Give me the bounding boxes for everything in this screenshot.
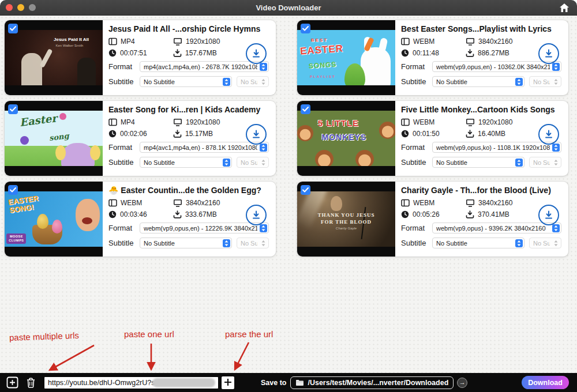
download-size-icon bbox=[466, 130, 474, 138]
download-video-button[interactable] bbox=[246, 124, 267, 145]
zoom-window-button[interactable] bbox=[29, 4, 36, 11]
select-checkbox[interactable] bbox=[8, 104, 18, 114]
format-value: WEBM bbox=[121, 199, 142, 207]
thumbnail-decoration bbox=[331, 196, 342, 211]
video-thumbnail[interactable]: Jesus Paid It All Ken Walker Smith bbox=[5, 20, 103, 95]
video-thumbnail[interactable]: BEST EASTER SONGS PLAYLIST bbox=[297, 20, 395, 95]
thumbnail-text: MOOSE CLUMPS bbox=[6, 233, 26, 244]
download-icon bbox=[252, 49, 261, 59]
duration-value: 00:01:50 bbox=[413, 130, 440, 138]
format-select[interactable]: mp4(avc1,mp4a,en) - 878.1K 1920x1080 bbox=[140, 142, 269, 153]
format-row: Format mp4(avc1,mp4a,en) - 878.1K 1920x1… bbox=[108, 142, 269, 153]
subtitle-select-secondary[interactable]: No Subtitle bbox=[529, 76, 561, 87]
select-checkbox[interactable] bbox=[301, 104, 310, 114]
download-video-button[interactable] bbox=[246, 43, 267, 64]
format-select[interactable]: mp4(avc1,mp4a,en) - 2678.7K 1920x1080 bbox=[140, 61, 269, 72]
download-video-button[interactable] bbox=[538, 205, 559, 225]
format-label: Format bbox=[401, 143, 432, 152]
format-row: Format webm(vp9,opus,ko) - 1108.1K 1920x… bbox=[401, 142, 561, 153]
home-button[interactable] bbox=[559, 2, 570, 14]
clock-icon bbox=[401, 49, 409, 57]
clock-icon bbox=[401, 210, 409, 218]
select-checkbox[interactable] bbox=[301, 185, 310, 195]
resolution-meta: 1920x1080 bbox=[173, 118, 244, 126]
subtitle-select[interactable]: No Subtitle bbox=[432, 76, 524, 87]
format-select[interactable]: webm(vp9,opus,ko) - 1108.1K 1920x1080 bbox=[432, 142, 561, 153]
add-multiple-urls-button[interactable] bbox=[6, 376, 18, 389]
display-icon bbox=[173, 118, 182, 126]
video-thumbnail[interactable]: 5 LITTLE MONKEYS bbox=[297, 101, 395, 176]
video-thumbnail[interactable]: THANK YOU JESUS FOR THE BLOOD Charity Ga… bbox=[297, 182, 395, 257]
subtitle-select-value: No Subtitle bbox=[436, 159, 513, 166]
save-path-selector[interactable]: /Users/test/Movies/...nverter/Downloaded bbox=[290, 376, 454, 389]
title-text: Easter Song for Ki...ren | Kids Academy bbox=[108, 105, 260, 114]
subtitle-select[interactable]: No Subtitle bbox=[140, 238, 232, 248]
thumbnail-decoration bbox=[355, 150, 374, 166]
subtitle-select-secondary[interactable]: No Subtitle bbox=[237, 76, 269, 87]
download-size-icon bbox=[173, 49, 182, 57]
download-all-button[interactable]: Download bbox=[522, 376, 569, 389]
check-icon bbox=[302, 187, 309, 193]
resolution-meta: 1920x1080 bbox=[466, 118, 537, 126]
format-value: MP4 bbox=[121, 118, 135, 126]
subtitle-select[interactable]: No Subtitle bbox=[140, 76, 232, 87]
video-info: 🐣 Easter Countin...de the Golden Egg? WE… bbox=[103, 182, 276, 257]
subtitle-select-secondary[interactable]: No Subtitle bbox=[237, 157, 269, 168]
download-video-button[interactable] bbox=[246, 205, 267, 225]
subtitle-label: Subtitle bbox=[108, 77, 140, 86]
format-select[interactable]: webm(vp9,opus,en) - 12226.9K 3840x2160 bbox=[140, 223, 269, 233]
subtitle-select-secondary-value: No Subtitle bbox=[241, 78, 257, 85]
select-checkbox[interactable] bbox=[8, 24, 18, 33]
parse-url-button[interactable] bbox=[222, 376, 234, 389]
thumbnail-image: THANK YOU JESUS FOR THE BLOOD Charity Ga… bbox=[297, 191, 395, 247]
folder-icon bbox=[295, 379, 304, 386]
annotation-paste-multiple-urls: paste multiple urls bbox=[9, 330, 79, 342]
thumbnail-text: EASTER SONG! bbox=[8, 193, 46, 214]
thumbnail-decoration bbox=[20, 136, 29, 145]
resolution-value: 3840x2160 bbox=[478, 199, 512, 207]
thumbnail-decoration bbox=[297, 191, 328, 231]
subtitle-select[interactable]: No Subtitle bbox=[432, 157, 524, 168]
video-thumbnail[interactable]: Easter song bbox=[5, 101, 103, 176]
subtitle-select-secondary[interactable]: No Subtitle bbox=[529, 157, 561, 168]
filesize-value: 886.27MB bbox=[478, 49, 509, 57]
stepper-icon-disabled bbox=[260, 78, 267, 86]
file-format-icon bbox=[108, 118, 117, 126]
filesize-value: 15.17MB bbox=[185, 130, 213, 138]
video-thumbnail[interactable]: EASTER SONG! MOOSE CLUMPS bbox=[5, 182, 103, 257]
minimize-window-button[interactable] bbox=[17, 4, 24, 11]
select-checkbox[interactable] bbox=[301, 24, 310, 33]
thumbnail-decoration bbox=[39, 48, 53, 68]
stepper-icon bbox=[552, 224, 560, 232]
subtitle-select[interactable]: No Subtitle bbox=[432, 238, 524, 248]
close-window-button[interactable] bbox=[6, 4, 13, 11]
subtitle-select[interactable]: No Subtitle bbox=[140, 157, 232, 168]
format-select-value: webm(vp9,opus,ko) - 1108.1K 1920x1080 bbox=[436, 144, 550, 151]
subtitle-row: Subtitle No Subtitle No Subtitle bbox=[108, 76, 269, 87]
thumbnail-image: Easter song bbox=[5, 111, 103, 166]
plus-icon bbox=[224, 378, 232, 386]
download-video-button[interactable] bbox=[538, 43, 559, 64]
open-folder-button[interactable]: → bbox=[457, 378, 467, 388]
format-row: Format webm(vp9,opus,en) - 12226.9K 3840… bbox=[108, 223, 269, 233]
format-select[interactable]: webm(vp9,opus) - 9396.2K 3840x2160 bbox=[432, 223, 561, 233]
download-size-icon bbox=[173, 210, 182, 218]
filesize-meta: 16.40MB bbox=[466, 130, 537, 138]
thumbnail-text: Ken Walker Smith bbox=[55, 44, 83, 47]
stepper-icon bbox=[223, 78, 230, 86]
video-meta: MP4 1920x1080 00:07:51 157.67MB bbox=[108, 37, 244, 57]
clear-list-button[interactable] bbox=[24, 376, 37, 389]
subtitle-select-secondary[interactable]: No Subtitle bbox=[237, 238, 269, 248]
filesize-value: 157.67MB bbox=[185, 49, 217, 57]
format-select[interactable]: webm(vp9,opus,en) - 10362.0K 3840x2160 bbox=[432, 61, 561, 72]
select-checkbox[interactable] bbox=[8, 185, 18, 195]
title-text: Best Easter Songs...Playlist with Lyrics bbox=[401, 24, 552, 33]
subtitle-select-secondary[interactable]: No Subtitle bbox=[529, 238, 561, 248]
download-video-button[interactable] bbox=[538, 124, 559, 145]
subtitle-select-secondary-value: No Subtitle bbox=[533, 78, 550, 85]
subtitle-label: Subtitle bbox=[108, 158, 140, 167]
card-grid: Jesus Paid It All Ken Walker Smith Jesus… bbox=[0, 16, 577, 257]
video-info: Easter Song for Ki...ren | Kids Academy … bbox=[103, 101, 276, 176]
home-icon bbox=[559, 2, 570, 14]
download-size-icon bbox=[173, 130, 182, 138]
